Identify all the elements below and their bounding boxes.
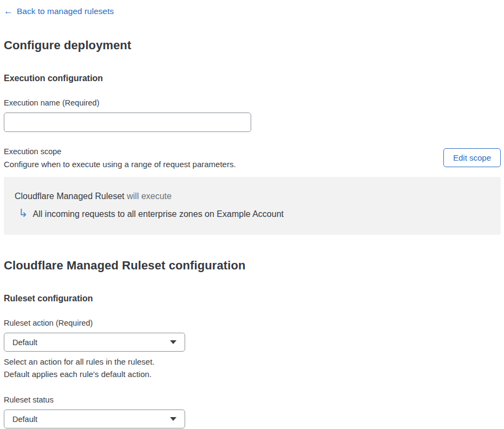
- ruleset-action-help-line1: Select an action for all rules in the ru…: [4, 356, 501, 368]
- scope-value-text: All incoming requests to all enterprise …: [33, 209, 284, 219]
- ruleset-status-label: Ruleset status: [4, 395, 501, 405]
- ruleset-status-select[interactable]: Default: [4, 410, 185, 428]
- back-arrow-icon: ←: [4, 6, 13, 16]
- ruleset-action-select[interactable]: Default: [4, 333, 185, 352]
- edit-scope-button[interactable]: Edit scope: [443, 148, 501, 167]
- scope-summary-box: Cloudflare Managed Ruleset will execute …: [4, 177, 501, 235]
- chevron-down-icon: [170, 417, 176, 421]
- ruleset-name-text: Cloudflare Managed Ruleset: [15, 192, 125, 201]
- execution-name-label: Execution name (Required): [4, 98, 501, 108]
- return-arrow-icon: ↳: [18, 208, 28, 219]
- ruleset-configuration-title: Cloudflare Managed Ruleset configuration: [4, 259, 501, 273]
- execution-scope-row: Execution scope Configure when to execut…: [4, 146, 501, 170]
- execution-name-input[interactable]: [4, 113, 251, 132]
- execution-scope-label: Execution scope: [4, 146, 236, 158]
- execution-configuration-heading: Execution configuration: [4, 74, 501, 83]
- ruleset-action-selected-value: Default: [12, 338, 37, 347]
- configure-deployment-page: ← Back to managed rulesets Configure dep…: [0, 0, 504, 429]
- ruleset-action-label: Ruleset action (Required): [4, 318, 501, 328]
- ruleset-action-help-line2: Default applies each rule's default acti…: [4, 368, 501, 381]
- ruleset-configuration-subheading: Ruleset configuration: [4, 294, 501, 303]
- execution-scope-text: Execution scope Configure when to execut…: [4, 146, 236, 170]
- page-title: Configure deployment: [4, 38, 501, 52]
- scope-summary-headline: Cloudflare Managed Ruleset will execute: [15, 191, 490, 202]
- chevron-down-icon: [170, 340, 176, 344]
- scope-summary-detail: ↳ All incoming requests to all enterpris…: [15, 209, 490, 220]
- will-execute-text: will execute: [125, 192, 172, 201]
- ruleset-status-selected-value: Default: [12, 415, 37, 424]
- back-to-managed-rulesets-link[interactable]: ← Back to managed rulesets: [4, 6, 114, 16]
- back-link-label: Back to managed rulesets: [17, 6, 114, 16]
- execution-scope-description: Configure when to execute using a range …: [4, 158, 236, 170]
